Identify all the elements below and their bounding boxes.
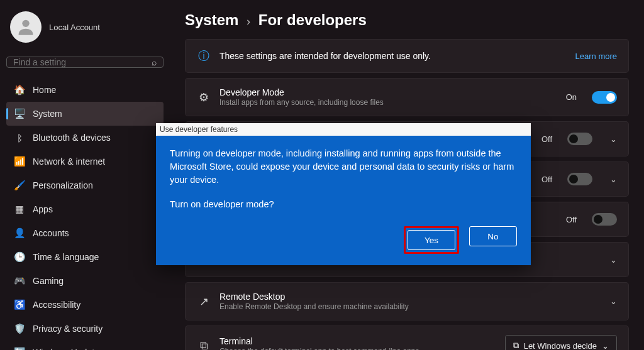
terminal-icon: ⧉ [197, 339, 211, 351]
toggle-state: Off [541, 134, 552, 144]
sidebar-item-system[interactable]: 🖥️System [6, 102, 164, 126]
toggle-state: Off [566, 215, 577, 224]
terminal-dropdown[interactable]: ⧉ Let Windows decide ⌄ [505, 335, 617, 350]
device-portal-toggle[interactable] [567, 133, 592, 145]
no-button[interactable]: No [469, 226, 517, 246]
breadcrumb-parent[interactable]: System [185, 11, 238, 28]
search-icon: ⌕ [152, 57, 157, 67]
developer-features-dialog: Use developer features Turning on develo… [156, 123, 531, 265]
row-desc: Install apps from any source, including … [219, 98, 557, 107]
dialog-title: Use developer features [156, 123, 531, 136]
row-title: Developer Mode [219, 87, 557, 97]
sidebar-item-personalization[interactable]: 🖌️Personalization [6, 173, 164, 197]
row-desc: Enable Remote Desktop and ensure machine… [219, 302, 592, 311]
info-banner: ⓘ These settings are intended for develo… [185, 39, 629, 73]
search-input[interactable] [13, 57, 152, 67]
sidebar-item-privacy-security[interactable]: 🛡️Privacy & security [6, 317, 164, 341]
developer-mode-row[interactable]: ⚙ Developer Mode Install apps from any s… [185, 78, 629, 116]
nav-label: Windows Update [33, 347, 99, 350]
search-input-wrapper[interactable]: ⌕ [6, 57, 164, 68]
nav-label: Accessibility [33, 300, 80, 310]
developer-icon: ⚙ [197, 90, 211, 104]
nav-icon: 🕒 [14, 251, 25, 263]
nav-icon: 🏠 [14, 84, 25, 96]
chevron-down-icon: ⌄ [610, 134, 617, 144]
toggle-state: On [566, 92, 577, 102]
nav-label: Personalization [33, 180, 93, 190]
avatar [10, 11, 42, 43]
yes-button-highlight: Yes [404, 226, 459, 254]
info-text: These settings are intended for developm… [219, 51, 567, 61]
account-name: Local Account [49, 23, 100, 32]
yes-button[interactable]: Yes [408, 230, 455, 250]
sidebar-item-network-internet[interactable]: 📶Network & internet [6, 150, 164, 173]
nav-label: Gaming [33, 276, 64, 286]
developer-mode-toggle[interactable] [592, 91, 617, 104]
nav-label: Privacy & security [33, 324, 103, 334]
sidebar-item-windows-update[interactable]: 🔄Windows Update [6, 341, 164, 350]
nav-icon: ♿ [14, 299, 25, 310]
nav-label: Accounts [33, 228, 69, 238]
user-account[interactable]: Local Account [6, 11, 164, 43]
chevron-down-icon: ⌄ [610, 297, 617, 306]
terminal-dropdown-label: Let Windows decide [524, 341, 597, 351]
dialog-question: Turn on developer mode? [170, 198, 517, 211]
row-title: Remote Desktop [219, 292, 592, 302]
nav-icon: 🔄 [14, 347, 25, 350]
nav-icon: 🎮 [14, 275, 25, 287]
learn-more-link[interactable]: Learn more [575, 52, 617, 61]
row-title: Terminal [219, 336, 496, 346]
row-toggle[interactable] [592, 213, 617, 226]
info-icon: ⓘ [197, 48, 211, 63]
sidebar-item-gaming[interactable]: 🎮Gaming [6, 269, 164, 293]
nav-icon: ▦ [14, 204, 25, 215]
nav-icon: 📶 [14, 156, 25, 167]
nav-label: Apps [33, 204, 53, 214]
chevron-down-icon: ⌄ [602, 341, 609, 351]
chevron-down-icon: ⌄ [610, 175, 617, 184]
remote-icon: ↗ [197, 295, 211, 309]
svg-point-0 [22, 20, 29, 27]
nav-label: Home [33, 85, 56, 95]
nav-label: Time & language [33, 252, 99, 262]
nav-icon: ᛒ [14, 133, 25, 143]
sidebar-item-time-language[interactable]: 🕒Time & language [6, 245, 164, 269]
sidebar-item-bluetooth-devices[interactable]: ᛒBluetooth & devices [6, 126, 164, 150]
row-desc: Choose the default terminal app to host … [219, 347, 496, 351]
sidebar-item-apps[interactable]: ▦Apps [6, 197, 164, 221]
breadcrumb: System › For developers [185, 11, 629, 29]
toggle-state: Off [541, 175, 552, 184]
nav-label: Network & internet [33, 156, 105, 167]
dialog-body-text: Turning on developer mode, including ins… [170, 147, 517, 187]
sidebar-item-accounts[interactable]: 👤Accounts [6, 221, 164, 245]
sidebar-item-home[interactable]: 🏠Home [6, 78, 164, 102]
nav-icon: 🛡️ [14, 323, 25, 334]
chevron-right-icon: › [247, 15, 250, 28]
breadcrumb-current: For developers [258, 11, 367, 28]
nav-label: Bluetooth & devices [33, 133, 111, 143]
nav-icon: 🖥️ [14, 108, 25, 119]
sidebar-item-accessibility[interactable]: ♿Accessibility [6, 293, 164, 317]
nav-icon: 🖌️ [14, 180, 25, 191]
terminal-dropdown-icon: ⧉ [513, 341, 519, 350]
terminal-row[interactable]: ⧉ Terminal Choose the default terminal a… [185, 325, 629, 350]
row-toggle[interactable] [567, 173, 592, 185]
remote-desktop-row[interactable]: ↗ Remote Desktop Enable Remote Desktop a… [185, 282, 629, 320]
nav-icon: 👤 [14, 227, 25, 239]
chevron-down-icon: ⌄ [610, 255, 617, 265]
nav-label: System [33, 109, 62, 119]
